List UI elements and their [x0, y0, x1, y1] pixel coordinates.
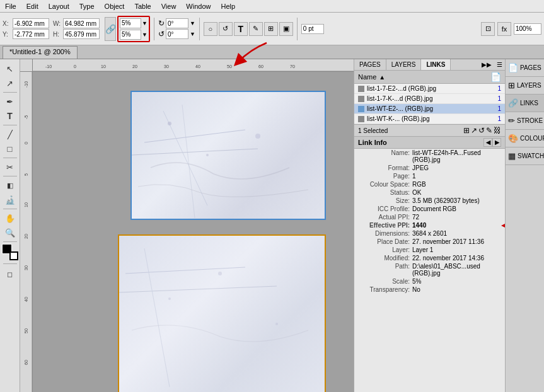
menu-help[interactable]: Help: [216, 1, 240, 11]
goto-link-icon[interactable]: ↗: [471, 126, 477, 135]
pen-tool[interactable]: ✒: [2, 95, 18, 108]
info-label-path: Path:: [357, 263, 412, 277]
angle2-arrow[interactable]: ▼: [190, 31, 195, 37]
panel-menu-icon[interactable]: ☰: [494, 59, 505, 70]
tab-layers[interactable]: LAYERS: [386, 59, 422, 70]
menu-edit[interactable]: Edit: [21, 1, 43, 11]
type-tool[interactable]: T: [2, 109, 18, 123]
scale-h-input[interactable]: [120, 30, 141, 40]
unlink-icon[interactable]: ⛓: [494, 126, 501, 135]
link-info-title: Link Info: [358, 139, 387, 146]
info-value-page: 1: [412, 173, 502, 180]
normal-mode-icon[interactable]: ◻: [2, 267, 18, 281]
icon-btn-4[interactable]: ⊞: [264, 22, 278, 36]
relink-icon[interactable]: ⊞: [463, 126, 470, 135]
update-link-icon[interactable]: ↺: [478, 126, 485, 135]
tab-links[interactable]: LINKS: [421, 59, 451, 70]
zoom-tool[interactable]: 🔍: [2, 226, 18, 239]
fill-stroke-icon[interactable]: [2, 244, 18, 260]
direct-select-tool[interactable]: ↗: [2, 76, 18, 90]
svg-point-32: [218, 272, 222, 275]
menu-window[interactable]: Window: [181, 1, 216, 11]
y-input[interactable]: [13, 29, 49, 39]
info-value-layer: Layer 1: [412, 246, 502, 253]
menu-view[interactable]: View: [156, 1, 182, 11]
link-row-3[interactable]: list-WT-E2-... (RGB).jpg 1: [354, 104, 505, 114]
info-row-format: Format: JPEG: [354, 164, 505, 172]
rp-layers[interactable]: ⊞ LAYERS: [506, 77, 544, 95]
info-value-status: OK: [412, 189, 502, 196]
panel-expand-icon[interactable]: ▶▶: [479, 59, 494, 70]
angle1-input[interactable]: [166, 18, 188, 28]
lt-sep-2: [3, 125, 17, 125]
link-name-2: list-1-7-K-...d (RGB).jpg: [367, 95, 495, 102]
zoom-input[interactable]: [514, 23, 541, 35]
sort-asc-icon[interactable]: ▲: [379, 74, 385, 81]
angle2-input[interactable]: [166, 29, 188, 39]
info-label-dimensions: Dimensions:: [357, 230, 412, 237]
menu-layout[interactable]: Layout: [43, 1, 74, 11]
constrain-icon[interactable]: 🔗: [105, 17, 116, 41]
image-frame-top[interactable]: [130, 91, 326, 220]
link-row-2[interactable]: list-1-7-K-...d (RGB).jpg 1: [354, 94, 505, 104]
scale-w-input[interactable]: [120, 18, 141, 28]
w-label: W:: [53, 20, 62, 27]
main-area: ↖ ↗ ✒ T ╱ □ ✂ ◧ 🔬 ✋ 🔍 ◻ -10 0: [0, 59, 544, 392]
menu-table[interactable]: Table: [129, 1, 156, 11]
icon-btn-1[interactable]: ○: [204, 22, 217, 36]
link-info-nav-right[interactable]: ▶: [492, 138, 501, 147]
ruler-vertical: -10 -5 0 5 10 20 30 40 50 60: [20, 72, 33, 392]
image-frame-bottom[interactable]: [118, 234, 326, 392]
toolbar-separator-2: [199, 18, 200, 40]
angle1-arrow[interactable]: ▼: [190, 20, 195, 26]
link-info-header: Link Info ◀ ▶: [354, 137, 505, 149]
rect-tool[interactable]: □: [2, 142, 18, 156]
svg-text:10: 10: [101, 64, 106, 69]
x-input[interactable]: [13, 18, 49, 28]
link-row-4[interactable]: list-WT-K-... (RGB).jpg 1: [354, 114, 505, 124]
pt-input[interactable]: [301, 24, 324, 34]
links-panel-container: PAGES LAYERS LINKS ▶▶ ☰ Name ▲ 📄 list-1-…: [354, 59, 505, 392]
scissors-tool[interactable]: ✂: [2, 160, 18, 174]
edit-original-icon[interactable]: ✎: [486, 126, 492, 135]
menu-file[interactable]: File: [0, 1, 21, 11]
icon-btn-3[interactable]: ✎: [249, 22, 263, 36]
eyedropper-tool[interactable]: 🔬: [2, 193, 18, 207]
icon-btn-5[interactable]: ▣: [279, 22, 293, 36]
menu-object[interactable]: Object: [100, 1, 130, 11]
scale-w-arrow[interactable]: ▼: [142, 20, 148, 26]
link-row-1[interactable]: list-1-7-E2-...d (RGB).jpg 1: [354, 84, 505, 94]
menubar: File Edit Layout Type Object Table View …: [0, 0, 544, 13]
info-label-page: Page:: [357, 173, 412, 180]
link-info-nav-left[interactable]: ◀: [483, 138, 492, 147]
add-link-icon[interactable]: 📄: [490, 72, 501, 82]
svg-text:50: 50: [227, 64, 232, 69]
rp-stroke[interactable]: ✏ STROKE: [506, 112, 544, 130]
text-frame-icon[interactable]: T: [234, 22, 248, 36]
scale-h-arrow[interactable]: ▼: [142, 32, 148, 38]
w-input[interactable]: [63, 18, 100, 28]
h-input[interactable]: [63, 29, 100, 39]
info-label-format: Format:: [357, 164, 412, 171]
doc-tab[interactable]: *Untitled-1 @ 200%: [3, 46, 78, 59]
select-tool[interactable]: ↖: [2, 62, 18, 76]
rp-pages[interactable]: 📄 PAGES: [506, 59, 544, 77]
svg-text:40: 40: [24, 297, 28, 302]
menu-type[interactable]: Type: [74, 1, 100, 11]
tab-pages[interactable]: PAGES: [354, 59, 386, 70]
icon-btn-6[interactable]: ⊡: [481, 22, 495, 36]
svg-text:-10: -10: [45, 64, 52, 69]
icon-btn-2[interactable]: ↺: [219, 22, 233, 36]
h-label: H:: [53, 31, 62, 38]
info-label-modified: Modified:: [357, 255, 412, 262]
rp-links[interactable]: 🔗 LINKS: [506, 95, 544, 112]
gradient-tool[interactable]: ◧: [2, 178, 18, 192]
line-tool[interactable]: ╱: [2, 127, 18, 141]
icon-btn-7[interactable]: fx: [497, 22, 511, 36]
layers-label: LAYERS: [517, 82, 541, 89]
rp-swatches[interactable]: ▦ SWATCHES: [506, 147, 544, 165]
rp-colour[interactable]: 🎨 COLOUR: [506, 130, 544, 147]
hand-tool[interactable]: ✋: [2, 211, 18, 225]
info-row-actual-ppi: Actual PPI: 72: [354, 213, 505, 221]
ruler-horizontal: -10 0 10 20 30 40 50 60 70: [33, 59, 354, 72]
